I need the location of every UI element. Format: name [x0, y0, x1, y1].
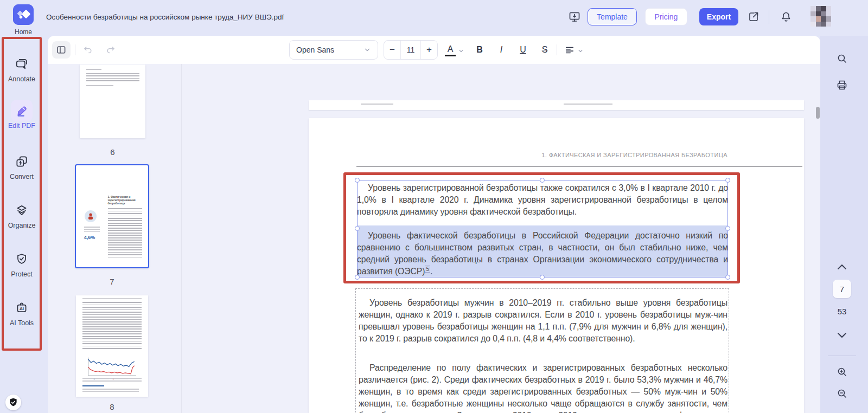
- font-family-select[interactable]: Open Sans: [289, 40, 378, 60]
- font-color-button[interactable]: A: [445, 43, 456, 56]
- font-size-decrease-button[interactable]: −: [384, 41, 400, 59]
- header-rule: [356, 166, 802, 167]
- thumbnail-page-number: 6: [80, 147, 145, 157]
- bold-button[interactable]: B: [472, 42, 487, 57]
- vertical-scrollbar-thumb[interactable]: [816, 107, 820, 119]
- main-panel: Open Sans − 11 + A B I U S: [48, 36, 820, 413]
- resize-handle-middle-right[interactable]: [725, 226, 730, 231]
- text-align-icon[interactable]: [562, 42, 577, 57]
- font-size-value[interactable]: 11: [400, 41, 421, 59]
- resize-handle-bottom-left[interactable]: [355, 275, 360, 280]
- svg-text:AI: AI: [20, 306, 24, 311]
- topbar-divider: [769, 10, 769, 24]
- edit-toolbar: Open Sans − 11 + A B I U S: [48, 36, 820, 64]
- chevron-down-icon: [363, 46, 371, 54]
- document-title: Особенности безработицы на российском ры…: [46, 13, 284, 21]
- pricing-button[interactable]: Pricing: [645, 8, 687, 25]
- previous-page-icon[interactable]: [835, 261, 848, 274]
- thumbnail-page-number: 8: [76, 402, 148, 411]
- resize-handle-bottom-right[interactable]: [725, 275, 730, 280]
- text-selection-box[interactable]: [357, 180, 728, 278]
- rail-divider: [828, 356, 856, 356]
- thumbnail-page-number: 7: [75, 277, 149, 286]
- home-label: Home: [11, 28, 35, 36]
- pdf-editor-app: Home Особенности безработицы на российск…: [0, 0, 868, 413]
- sidebar-item-label: Convert: [0, 173, 43, 180]
- thumbnail-chart: [85, 354, 139, 381]
- strikethrough-button[interactable]: S: [537, 42, 552, 57]
- notifications-bell-icon[interactable]: [780, 10, 793, 23]
- resize-handle-bottom-middle[interactable]: [540, 275, 545, 280]
- page-thumbnails-panel: 6 1. Фактическая и зарегистрированная бе…: [48, 64, 181, 413]
- resize-handle-top-left[interactable]: [355, 178, 360, 183]
- search-icon[interactable]: [835, 52, 848, 65]
- protect-shield-icon: [11, 248, 33, 270]
- sidebar-item-annotate[interactable]: Annotate: [0, 53, 43, 83]
- share-icon[interactable]: [747, 10, 760, 23]
- template-button[interactable]: Template: [588, 8, 637, 25]
- italic-button[interactable]: I: [494, 42, 509, 57]
- toolbar-divider: [557, 44, 557, 55]
- underline-button[interactable]: U: [515, 42, 531, 57]
- print-icon[interactable]: [835, 79, 848, 92]
- zoom-out-icon[interactable]: [835, 387, 848, 400]
- chevron-down-icon[interactable]: [458, 48, 464, 54]
- previous-page-bottom: [309, 100, 804, 110]
- document-view: 1. ФАКТИЧЕСКАЯ И ЗАРЕГИСТРИРОВАННАЯ БЕЗР…: [182, 64, 820, 413]
- convert-icon: [11, 151, 33, 172]
- right-rail: 7 53: [820, 36, 868, 413]
- toolbar-divider: [75, 44, 75, 55]
- sidebar-item-label: Annotate: [0, 75, 43, 83]
- sidebar-item-label: Organize: [0, 222, 43, 229]
- thumbnail-figure-icon: [85, 210, 97, 222]
- undo-icon[interactable]: [80, 42, 95, 57]
- thumbnail-stat: 4,6%: [84, 235, 95, 240]
- total-pages: 53: [820, 307, 864, 316]
- thumbnail-page-8[interactable]: [76, 295, 148, 397]
- app-logo-icon: [13, 4, 34, 25]
- paragraph[interactable]: Уровень безработицы мужчин в 2010–2019 г…: [359, 297, 727, 345]
- sidebar-item-ai-tools[interactable]: AI AI Tools: [0, 297, 43, 327]
- sidebar-item-organize[interactable]: Organize: [0, 199, 43, 229]
- next-page-icon[interactable]: [835, 328, 848, 341]
- ai-tools-icon: AI: [11, 297, 33, 319]
- sidebar-item-convert[interactable]: Convert: [0, 151, 43, 180]
- user-avatar[interactable]: [810, 6, 831, 27]
- edit-pdf-icon: [11, 100, 33, 121]
- export-button[interactable]: Export: [699, 8, 738, 25]
- paragraph[interactable]: Распределение по полу фактических и заре…: [359, 362, 727, 413]
- sidebar-item-label: AI Tools: [0, 319, 43, 327]
- font-size-increase-button[interactable]: +: [421, 41, 437, 59]
- current-page-input[interactable]: 7: [833, 280, 851, 298]
- thumbnail-page-7[interactable]: 1. Фактическая и зарегистрированная безр…: [75, 164, 149, 268]
- running-header: 1. ФАКТИЧЕСКАЯ И ЗАРЕГИСТРИРОВАННАЯ БЕЗР…: [541, 152, 727, 158]
- redo-icon[interactable]: [103, 42, 118, 57]
- security-badge-icon[interactable]: [5, 395, 21, 410]
- organize-icon: [11, 199, 33, 221]
- sidebar-item-protect[interactable]: Protect: [0, 248, 43, 278]
- thumbnail-page-6[interactable]: [80, 64, 145, 138]
- resize-handle-top-middle[interactable]: [540, 178, 545, 183]
- font-family-value: Open Sans: [296, 46, 363, 54]
- sidebar-item-label: Protect: [0, 270, 43, 278]
- home-button[interactable]: Home: [11, 4, 35, 36]
- topbar: Home Особенности безработицы на российск…: [0, 0, 868, 36]
- tool-sidebar: Annotate Edit PDF Convert Organize Prote…: [0, 36, 43, 413]
- sidebar-item-edit-pdf[interactable]: Edit PDF: [0, 100, 43, 130]
- chevron-down-icon[interactable]: [577, 48, 584, 54]
- panel-toggle-icon[interactable]: [52, 41, 71, 59]
- thumbnail-heading: 1. Фактическая и зарегистрированная безр…: [108, 195, 143, 205]
- resize-handle-top-right[interactable]: [725, 178, 730, 183]
- font-size-stepper: − 11 +: [384, 40, 438, 60]
- sidebar-item-label: Edit PDF: [0, 122, 43, 130]
- annotate-icon: [11, 53, 33, 75]
- zoom-in-icon[interactable]: [835, 365, 848, 378]
- save-to-device-icon[interactable]: [568, 10, 581, 23]
- resize-handle-middle-left[interactable]: [355, 226, 360, 231]
- pdf-page: 1. ФАКТИЧЕСКАЯ И ЗАРЕГИСТРИРОВАННАЯ БЕЗР…: [309, 118, 804, 413]
